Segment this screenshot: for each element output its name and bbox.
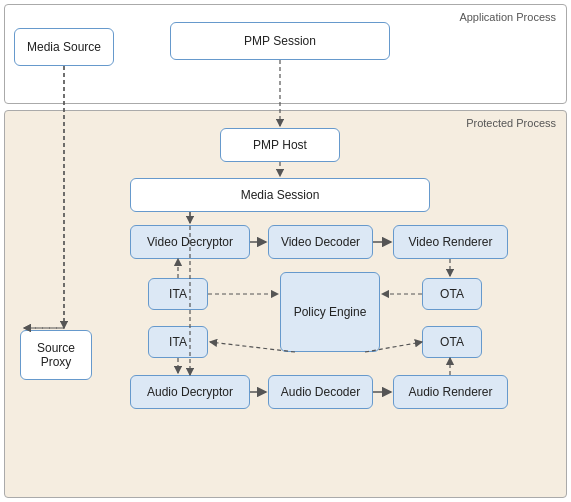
ota-bottom-box: OTA [422,326,482,358]
video-decoder-box: Video Decoder [268,225,373,259]
media-source-box: Media Source [14,28,114,66]
audio-renderer-box: Audio Renderer [393,375,508,409]
pmp-session-box: PMP Session [170,22,390,60]
audio-decoder-box: Audio Decoder [268,375,373,409]
source-proxy-box: Source Proxy [20,330,92,380]
ita-bottom-box: ITA [148,326,208,358]
policy-engine-box: Policy Engine [280,272,380,352]
protected-process-label: Protected Process [466,117,556,129]
ita-top-box: ITA [148,278,208,310]
video-decryptor-box: Video Decryptor [130,225,250,259]
audio-decryptor-box: Audio Decryptor [130,375,250,409]
video-renderer-box: Video Renderer [393,225,508,259]
app-process-label: Application Process [459,11,556,23]
media-session-box: Media Session [130,178,430,212]
pmp-host-box: PMP Host [220,128,340,162]
ota-top-box: OTA [422,278,482,310]
